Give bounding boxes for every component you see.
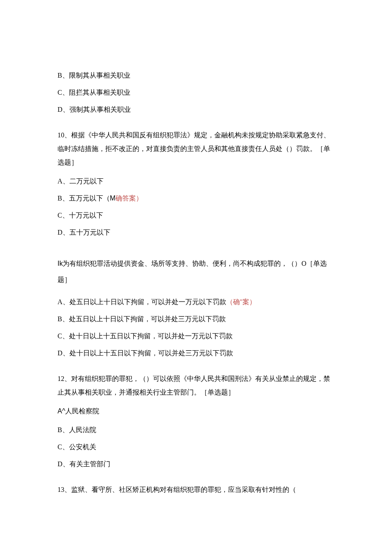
q11-option-c: C、处十日以上十五日以下拘留，可以并处一万元以下罚款 [58, 331, 334, 341]
q10-option-a: A、二万元以下 [58, 176, 334, 186]
option-d: D、强制其从事相关职业 [58, 105, 334, 115]
q12-a-text: 人民检察院 [65, 407, 99, 415]
q11-stem-text: 为有组织犯罪活动提供资金、场所等支持、协助、便利，尚不构成犯罪的，（）O［单选题… [58, 260, 327, 283]
q10-b-text-pre: B、五万元以下（ [58, 195, 110, 202]
q10-option-d: D、五十万元以下 [58, 227, 334, 238]
q12-option-d: D、有关主管部门 [58, 459, 334, 469]
option-c: C、阻拦其从事相关职业 [58, 87, 334, 98]
question-11-stem: Ik为有组织犯罪活动提供资金、场所等支持、协助、便利，尚不构成犯罪的，（）O［单… [58, 256, 334, 288]
option-b: B、限制其从事相关职业 [58, 70, 334, 81]
q11-option-b: B、处五日以上十日以下拘留，可以并处三万元以下罚款 [58, 314, 334, 324]
q12-option-b: B、人民法院 [58, 425, 334, 435]
question-13-stem: 13、监狱、看守所、社区矫正机构对有组织犯罪的罪犯，应当采取有针对性的（ [58, 483, 334, 497]
q12-option-a: A^人民检察院 [58, 406, 334, 416]
q11-option-a: A、处五日以上十日以下拘留，可以并处一万元以下罚款（确"案） [58, 297, 334, 307]
q10-b-m: M [110, 195, 115, 202]
question-10-stem: 10、根据《中华人民共和国反有组织犯罪法》规定，金融机构未按规定协助采取紧急支付… [58, 128, 334, 169]
q11-stem-prefix: Ik [58, 260, 63, 267]
question-12-stem: 12、对有组织犯罪的罪犯，（）可以依照《中华人民共和国刑法》有关从业禁止的规定，… [58, 372, 334, 399]
q10-option-b: B、五万元以下（M确答案） [58, 193, 334, 203]
q10-b-answer-mark: 确答案） [115, 195, 143, 202]
document-page: B、限制其从事相关职业 C、阻拦其从事相关职业 D、强制其从事相关职业 10、根… [0, 0, 392, 555]
q11-option-d: D、处十日以上十五日以下拘留，可以并处三万元以下罚款 [58, 348, 334, 358]
q12-option-c: C、公安机关 [58, 442, 334, 452]
q12-a-prefix: A^ [58, 407, 65, 415]
q11-a-answer-mark: （确"案） [226, 298, 257, 305]
q11-a-text: A、处五日以上十日以下拘留，可以并处一万元以下罚款 [58, 298, 226, 305]
q10-option-c: C、十万元以下 [58, 210, 334, 221]
